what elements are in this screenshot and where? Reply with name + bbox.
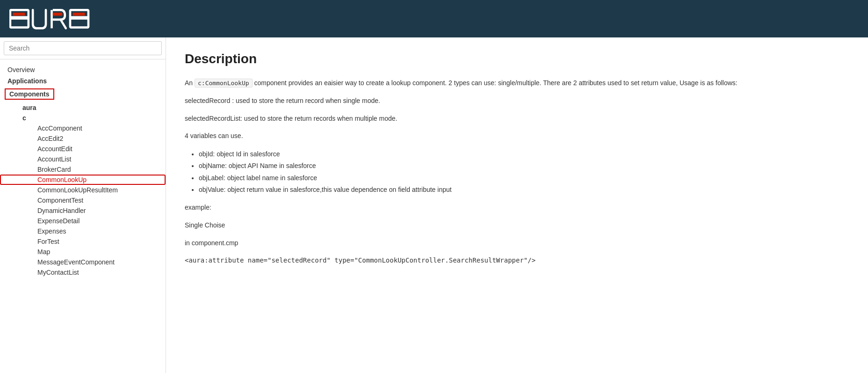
sidebar-item-accountlist[interactable]: AccountList [0, 154, 166, 164]
page-title: Description [185, 51, 849, 66]
sidebar-item-acccomponent[interactable]: AccComponent [0, 123, 166, 133]
sidebar-item-expenses[interactable]: Expenses [0, 226, 166, 236]
svg-rect-2 [13, 13, 25, 15]
list-item-objlabel: objLabel: object label name in salesforc… [199, 172, 849, 184]
sidebar-item-messageeventcomponent[interactable]: MessageEventComponent [0, 257, 166, 267]
sidebar-aura-group[interactable]: aura [0, 102, 166, 113]
svg-rect-3 [51, 10, 53, 28]
sidebar-item-map[interactable]: Map [0, 247, 166, 257]
list-item-objname: objName: object API Name in salesforce [199, 160, 849, 172]
sidebar-components-box: Components [5, 88, 54, 100]
code-block: <aura:attribute name="selectedRecord" ty… [185, 255, 849, 266]
sidebar-search-area [0, 37, 166, 59]
list-item-objid: objId: object Id in salesforce [199, 148, 849, 160]
example-label: example: [185, 202, 849, 213]
main-layout: Overview Applications Components aura c … [0, 37, 868, 373]
svg-rect-5 [53, 13, 62, 15]
sidebar-item-fortest[interactable]: ForTest [0, 236, 166, 247]
sidebar-item-accountedit[interactable]: AccountEdit [0, 144, 166, 154]
variables-text: 4 variables can use. [185, 131, 849, 142]
sidebar-item-commonlookup[interactable]: CommonLookUp [0, 175, 166, 185]
search-input[interactable] [4, 41, 162, 55]
sidebar-item-componenttest[interactable]: ComponentTest [0, 195, 166, 205]
sidebar-item-brokercard[interactable]: BrokerCard [0, 164, 166, 175]
sidebar-item-commonlookupresultitem[interactable]: CommonLookUpResultItem [0, 185, 166, 195]
sidebar-applications-header: Applications [0, 75, 166, 87]
svg-rect-8 [73, 13, 85, 15]
sidebar-components-label: Components [9, 90, 50, 98]
sidebar-nav: Overview Applications Components aura c … [0, 59, 166, 373]
logo-svg [9, 7, 105, 31]
selected-record-text: selectedRecord : used to store the retur… [185, 95, 849, 107]
svg-rect-1 [10, 16, 29, 19]
sidebar-item-overview[interactable]: Overview [0, 64, 166, 75]
in-component-label: in component.cmp [185, 238, 849, 249]
single-choise-label: Single Choise [185, 220, 849, 231]
list-item-objvalue: objValue: object return value in salesfo… [199, 184, 849, 196]
sidebar-c-group[interactable]: c [0, 113, 166, 123]
sidebar: Overview Applications Components aura c … [0, 37, 166, 373]
sidebar-item-mycontactlist[interactable]: MyContactList [0, 267, 166, 278]
intro-paragraph: An c:CommonLookUp component provides an … [185, 78, 849, 89]
variables-list: objId: object Id in salesforce objName: … [199, 148, 849, 196]
app-header [0, 0, 868, 37]
content-area: Description An c:CommonLookUp component … [166, 37, 868, 373]
component-name-badge: c:CommonLookUp [195, 79, 253, 88]
intro-text: component provides an eaisier way to cre… [253, 79, 738, 87]
sidebar-item-dynamichandler[interactable]: DynamicHandler [0, 205, 166, 216]
selected-record-list-text: selectedRecordList: used to store the re… [185, 113, 849, 124]
sidebar-item-accedit2[interactable]: AccEdit2 [0, 133, 166, 144]
svg-line-4 [61, 20, 66, 29]
svg-rect-7 [70, 16, 88, 19]
sidebar-item-expensedetail[interactable]: ExpenseDetail [0, 216, 166, 226]
logo [9, 7, 105, 31]
